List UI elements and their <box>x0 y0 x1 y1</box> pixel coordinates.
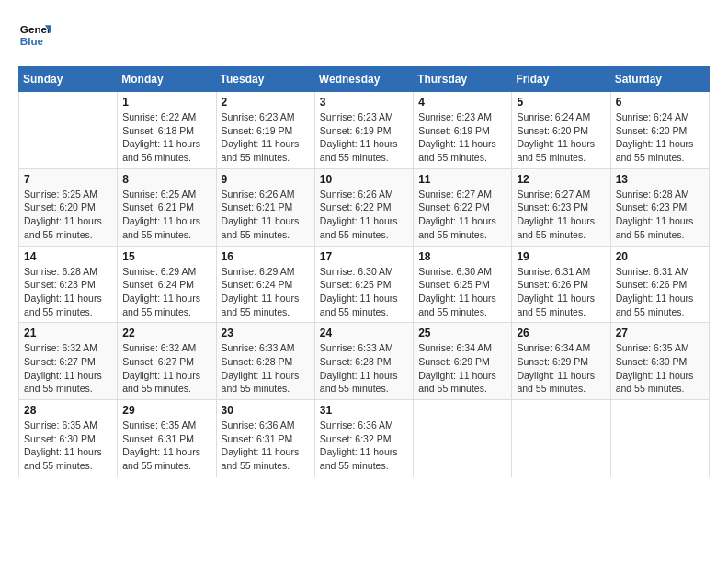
weekday-header-sunday: Sunday <box>19 67 118 92</box>
day-number: 12 <box>517 173 605 186</box>
calendar-cell: 7Sunrise: 6:25 AMSunset: 6:20 PMDaylight… <box>19 168 118 246</box>
day-number: 19 <box>517 250 605 263</box>
day-info: Sunrise: 6:35 AMSunset: 6:30 PMDaylight:… <box>616 341 704 396</box>
day-info: Sunrise: 6:31 AMSunset: 6:26 PMDaylight:… <box>616 265 704 319</box>
calendar-table: SundayMondayTuesdayWednesdayThursdayFrid… <box>18 66 710 477</box>
calendar-cell: 2Sunrise: 6:23 AMSunset: 6:19 PMDaylight… <box>216 92 314 169</box>
day-number: 23 <box>222 327 310 339</box>
day-number: 29 <box>122 404 210 417</box>
day-number: 30 <box>222 404 310 417</box>
day-info: Sunrise: 6:30 AMSunset: 6:25 PMDaylight:… <box>320 265 408 319</box>
day-info: Sunrise: 6:32 AMSunset: 6:27 PMDaylight:… <box>24 341 112 396</box>
weekday-header-wednesday: Wednesday <box>314 67 413 92</box>
day-info: Sunrise: 6:35 AMSunset: 6:31 PMDaylight:… <box>122 419 210 473</box>
day-info: Sunrise: 6:25 AMSunset: 6:20 PMDaylight:… <box>24 188 112 242</box>
day-info: Sunrise: 6:32 AMSunset: 6:27 PMDaylight:… <box>122 341 210 396</box>
weekday-header-row: SundayMondayTuesdayWednesdayThursdayFrid… <box>19 67 710 92</box>
day-number: 27 <box>616 327 704 339</box>
calendar-cell: 11Sunrise: 6:27 AMSunset: 6:22 PMDayligh… <box>414 168 512 246</box>
calendar-cell <box>19 92 118 169</box>
calendar-header: SundayMondayTuesdayWednesdayThursdayFrid… <box>19 67 710 92</box>
svg-text:Blue: Blue <box>20 35 44 47</box>
day-number: 13 <box>616 173 704 186</box>
calendar-cell: 12Sunrise: 6:27 AMSunset: 6:23 PMDayligh… <box>512 168 610 246</box>
day-number: 26 <box>517 327 605 339</box>
day-number: 22 <box>122 327 210 339</box>
day-info: Sunrise: 6:33 AMSunset: 6:28 PMDaylight:… <box>320 341 408 396</box>
calendar-cell <box>512 400 610 477</box>
day-info: Sunrise: 6:26 AMSunset: 6:21 PMDaylight:… <box>222 188 310 242</box>
day-number: 20 <box>616 250 704 263</box>
weekday-header-friday: Friday <box>512 67 610 92</box>
calendar-cell: 1Sunrise: 6:22 AMSunset: 6:18 PMDaylight… <box>118 92 216 169</box>
calendar-week-5: 28Sunrise: 6:35 AMSunset: 6:30 PMDayligh… <box>19 400 710 477</box>
calendar-cell: 27Sunrise: 6:35 AMSunset: 6:30 PMDayligh… <box>610 323 709 400</box>
calendar-cell: 29Sunrise: 6:35 AMSunset: 6:31 PMDayligh… <box>118 400 216 477</box>
calendar-cell: 23Sunrise: 6:33 AMSunset: 6:28 PMDayligh… <box>216 323 314 400</box>
calendar-cell: 22Sunrise: 6:32 AMSunset: 6:27 PMDayligh… <box>118 323 216 400</box>
svg-text:General: General <box>20 23 51 35</box>
day-number: 28 <box>24 404 112 417</box>
day-info: Sunrise: 6:28 AMSunset: 6:23 PMDaylight:… <box>616 188 704 242</box>
calendar-cell: 25Sunrise: 6:34 AMSunset: 6:29 PMDayligh… <box>414 323 512 400</box>
calendar-cell: 4Sunrise: 6:23 AMSunset: 6:19 PMDaylight… <box>414 92 512 169</box>
day-info: Sunrise: 6:27 AMSunset: 6:23 PMDaylight:… <box>517 188 605 242</box>
calendar-cell: 8Sunrise: 6:25 AMSunset: 6:21 PMDaylight… <box>118 168 216 246</box>
calendar-cell: 14Sunrise: 6:28 AMSunset: 6:23 PMDayligh… <box>19 246 118 323</box>
day-info: Sunrise: 6:22 AMSunset: 6:18 PMDaylight:… <box>122 110 210 165</box>
day-info: Sunrise: 6:31 AMSunset: 6:26 PMDaylight:… <box>517 265 605 319</box>
day-number: 3 <box>320 96 408 109</box>
day-number: 7 <box>24 173 112 186</box>
day-info: Sunrise: 6:36 AMSunset: 6:32 PMDaylight:… <box>320 419 408 473</box>
day-info: Sunrise: 6:36 AMSunset: 6:31 PMDaylight:… <box>222 419 310 473</box>
day-number: 24 <box>320 327 408 339</box>
day-number: 25 <box>418 327 506 339</box>
calendar-cell: 15Sunrise: 6:29 AMSunset: 6:24 PMDayligh… <box>118 246 216 323</box>
day-number: 10 <box>320 173 408 186</box>
calendar-week-3: 14Sunrise: 6:28 AMSunset: 6:23 PMDayligh… <box>19 246 710 323</box>
weekday-header-monday: Monday <box>118 67 216 92</box>
weekday-header-thursday: Thursday <box>414 67 512 92</box>
day-info: Sunrise: 6:34 AMSunset: 6:29 PMDaylight:… <box>418 341 506 396</box>
logo: General Blue <box>18 18 55 52</box>
calendar-cell: 17Sunrise: 6:30 AMSunset: 6:25 PMDayligh… <box>314 246 413 323</box>
day-number: 21 <box>24 327 112 339</box>
day-number: 31 <box>320 404 408 417</box>
calendar-cell: 3Sunrise: 6:23 AMSunset: 6:19 PMDaylight… <box>314 92 413 169</box>
calendar-cell <box>414 400 512 477</box>
calendar-cell: 30Sunrise: 6:36 AMSunset: 6:31 PMDayligh… <box>216 400 314 477</box>
day-number: 6 <box>616 96 704 109</box>
day-info: Sunrise: 6:24 AMSunset: 6:20 PMDaylight:… <box>616 110 704 165</box>
day-info: Sunrise: 6:29 AMSunset: 6:24 PMDaylight:… <box>222 265 310 319</box>
day-info: Sunrise: 6:29 AMSunset: 6:24 PMDaylight:… <box>122 265 210 319</box>
calendar-cell: 28Sunrise: 6:35 AMSunset: 6:30 PMDayligh… <box>19 400 118 477</box>
calendar-cell: 31Sunrise: 6:36 AMSunset: 6:32 PMDayligh… <box>314 400 413 477</box>
calendar-cell <box>610 400 709 477</box>
calendar-cell: 6Sunrise: 6:24 AMSunset: 6:20 PMDaylight… <box>610 92 709 169</box>
day-info: Sunrise: 6:23 AMSunset: 6:19 PMDaylight:… <box>320 110 408 165</box>
calendar-cell: 16Sunrise: 6:29 AMSunset: 6:24 PMDayligh… <box>216 246 314 323</box>
day-info: Sunrise: 6:30 AMSunset: 6:25 PMDaylight:… <box>418 265 506 319</box>
calendar-week-2: 7Sunrise: 6:25 AMSunset: 6:20 PMDaylight… <box>19 168 710 246</box>
day-number: 18 <box>418 250 506 263</box>
calendar-cell: 13Sunrise: 6:28 AMSunset: 6:23 PMDayligh… <box>610 168 709 246</box>
calendar-week-4: 21Sunrise: 6:32 AMSunset: 6:27 PMDayligh… <box>19 323 710 400</box>
day-number: 16 <box>222 250 310 263</box>
calendar-cell: 21Sunrise: 6:32 AMSunset: 6:27 PMDayligh… <box>19 323 118 400</box>
calendar-cell: 24Sunrise: 6:33 AMSunset: 6:28 PMDayligh… <box>314 323 413 400</box>
day-info: Sunrise: 6:33 AMSunset: 6:28 PMDaylight:… <box>222 341 310 396</box>
day-number: 17 <box>320 250 408 263</box>
day-number: 9 <box>222 173 310 186</box>
calendar-cell: 5Sunrise: 6:24 AMSunset: 6:20 PMDaylight… <box>512 92 610 169</box>
day-number: 2 <box>222 96 310 109</box>
day-info: Sunrise: 6:26 AMSunset: 6:22 PMDaylight:… <box>320 188 408 242</box>
calendar-cell: 9Sunrise: 6:26 AMSunset: 6:21 PMDaylight… <box>216 168 314 246</box>
weekday-header-saturday: Saturday <box>610 67 709 92</box>
weekday-header-tuesday: Tuesday <box>216 67 314 92</box>
day-info: Sunrise: 6:34 AMSunset: 6:29 PMDaylight:… <box>517 341 605 396</box>
day-number: 14 <box>24 250 112 263</box>
calendar-body: 1Sunrise: 6:22 AMSunset: 6:18 PMDaylight… <box>19 92 710 477</box>
day-number: 5 <box>517 96 605 109</box>
day-info: Sunrise: 6:23 AMSunset: 6:19 PMDaylight:… <box>418 110 506 165</box>
day-number: 8 <box>122 173 210 186</box>
